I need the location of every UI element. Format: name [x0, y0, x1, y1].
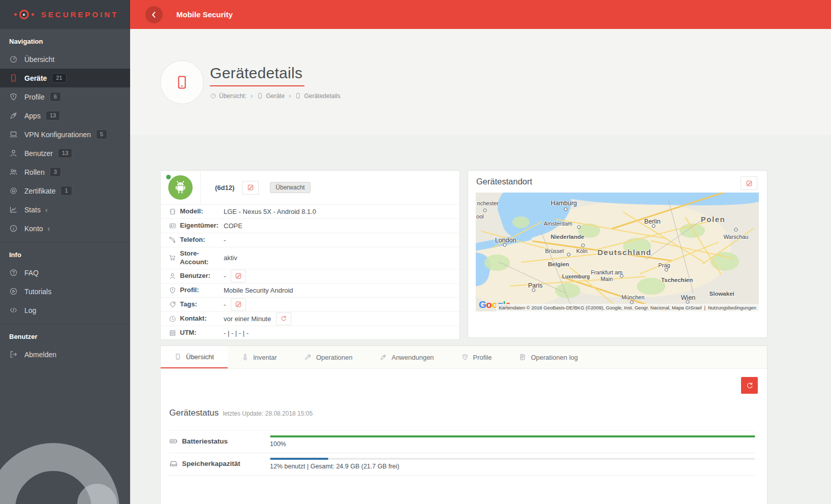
- shield-icon: [461, 354, 469, 361]
- sidebar-item-apps[interactable]: Apps 13: [0, 106, 130, 125]
- securepoint-logo[interactable]: SECUREPOINT: [0, 0, 130, 29]
- map-label: Brüssel: [545, 248, 564, 254]
- sidebar-item-vpn-konfigurationen[interactable]: VPN Konfigurationen 5: [0, 125, 130, 144]
- chart-icon: [9, 205, 18, 214]
- info-icon: [9, 224, 18, 233]
- online-status-dot: [166, 175, 171, 179]
- nav-section-header: Benutzer: [0, 324, 130, 345]
- edit-device-name-button[interactable]: [242, 181, 259, 195]
- sidebar-item-log[interactable]: Log: [0, 301, 130, 320]
- row-value: -: [224, 270, 246, 282]
- edit-pencil-icon: [235, 272, 242, 279]
- id-card-icon: [169, 222, 176, 230]
- refresh-kontakt-button[interactable]: [276, 312, 291, 325]
- code-icon: [9, 306, 18, 314]
- row-value: -: [224, 298, 246, 311]
- page-avatar: [160, 60, 204, 104]
- map-label: Belgien: [548, 261, 569, 267]
- tab-label: Anwendungen: [391, 354, 434, 361]
- sidebar-item-geraete[interactable]: Geräte 21: [0, 69, 130, 87]
- tab-bar: Übersicht Inventar Operationen Anwendung…: [161, 346, 767, 369]
- sidebar-item-label: VPN Konfigurationen: [24, 131, 91, 139]
- sidebar-item-label: Tutorials: [24, 288, 51, 296]
- sidebar-item-label: Zertifikate: [24, 187, 55, 195]
- clock-icon: [169, 315, 176, 323]
- users-icon: [9, 168, 18, 176]
- smartphone-icon: [257, 92, 263, 99]
- sidebar-item-tutorials[interactable]: Tutorials: [0, 282, 130, 301]
- map-canvas[interactable]: Google Kartendaten © 2018 GeoBasis-DE/BK…: [476, 193, 759, 311]
- row-label: Telefon:: [180, 234, 224, 246]
- map-terms-link[interactable]: Nutzungsbedingungen: [708, 305, 756, 310]
- device-location-card: Gerätestandort: [468, 170, 767, 338]
- page-header: Gerätedetails Übersicht: › Geräte › Gerä…: [130, 29, 831, 135]
- row-label: Store-Account:: [180, 247, 224, 269]
- row-label: Benutzer:: [180, 270, 224, 282]
- tab-anwendungen[interactable]: Anwendungen: [366, 346, 447, 368]
- count-badge: 5: [96, 130, 107, 139]
- breadcrumb-link-geraete[interactable]: Geräte: [257, 92, 285, 100]
- edit-benutzer-button[interactable]: [231, 270, 246, 282]
- device-tabs-panel: Übersicht Inventar Operationen Anwendung…: [160, 345, 767, 504]
- sidebar-item-rollen[interactable]: Rollen 3: [0, 163, 130, 181]
- map-city-marker: [664, 268, 668, 272]
- device-row-modell: Modell: LGE - Nexus 5X - Android 8.1.0: [161, 205, 459, 218]
- sidebar-item-label: Übersicht: [24, 55, 54, 64]
- sidebar-item-zertifikate[interactable]: Zertifikate 1: [0, 181, 130, 200]
- sidebar-item-abmelden[interactable]: Abmelden: [0, 345, 130, 364]
- server-icon: [169, 329, 176, 337]
- map-label: Köln: [576, 248, 588, 254]
- edit-location-button[interactable]: [741, 176, 757, 190]
- map-city-marker: [577, 225, 581, 229]
- logo-dot-icon: [32, 13, 34, 16]
- count-badge: 1: [60, 186, 72, 195]
- back-button[interactable]: [145, 6, 163, 23]
- laptop-icon: [9, 130, 18, 139]
- battery-progress-fill: [270, 435, 755, 437]
- smartphone-icon: [174, 353, 181, 360]
- device-card-header: (6d12) Überwacht: [161, 171, 459, 205]
- device-row-store-account: Store-Account: aktiv: [161, 247, 459, 269]
- tab-label: Profile: [473, 354, 492, 361]
- storage-icon: [169, 459, 178, 468]
- map-forest: [484, 255, 510, 271]
- breadcrumb-link-uebersicht[interactable]: Übersicht:: [210, 92, 247, 100]
- tab-operationen-log[interactable]: Operationen log: [505, 346, 592, 368]
- logo-o-icon: [19, 10, 29, 19]
- sidebar-item-stats[interactable]: Stats ‹: [0, 200, 130, 219]
- breadcrumb-separator: ›: [289, 92, 291, 100]
- edit-pencil-icon: [235, 301, 242, 308]
- sidebar-item-label: Rollen: [24, 168, 45, 176]
- edit-pencil-icon: [247, 184, 254, 191]
- device-row-utm: UTM: - | - | - | -: [161, 326, 459, 340]
- sidebar-item-uebersicht[interactable]: Übersicht: [0, 50, 130, 69]
- tab-inventar[interactable]: Inventar: [228, 346, 291, 368]
- refresh-status-button[interactable]: [741, 377, 758, 394]
- sidebar-item-label: Geräte: [24, 74, 47, 82]
- map-label: Niederlande: [551, 234, 584, 240]
- main-content: Gerätedetails Übersicht: › Geräte › Gerä…: [130, 29, 831, 504]
- map-attribution: Kartendaten © 2018 GeoBasis-DE/BKG (©200…: [496, 304, 759, 311]
- user-icon: [169, 272, 176, 280]
- map-city-marker: [581, 244, 584, 247]
- sidebar-item-profile[interactable]: Profile 6: [0, 87, 130, 106]
- tab-profile[interactable]: Profile: [448, 346, 506, 368]
- edit-tags-button[interactable]: [231, 298, 246, 311]
- refresh-icon: [746, 382, 754, 390]
- question-icon: [9, 268, 18, 277]
- map-label: Tschechien: [661, 277, 693, 283]
- device-row-eigentuemer: Eigentümer: COPE: [161, 218, 459, 233]
- map-city-marker: [620, 274, 623, 277]
- tab-operationen[interactable]: Operationen: [291, 346, 366, 368]
- sidebar-item-konto[interactable]: Konto ‹: [0, 219, 130, 238]
- sidebar-item-faq[interactable]: FAQ: [0, 263, 130, 282]
- breadcrumb-current: Gerätedetails: [295, 92, 340, 100]
- count-badge: 13: [46, 111, 60, 120]
- storage-progress-fill: [270, 458, 328, 460]
- tab-uebersicht[interactable]: Übersicht: [161, 346, 228, 368]
- sidebar-item-benutzer[interactable]: Benutzer 13: [0, 144, 130, 163]
- map-forest: [512, 216, 529, 228]
- device-detail-rows: Modell: LGE - Nexus 5X - Android 8.1.0 E…: [161, 205, 459, 340]
- sidebar: SECUREPOINT Navigation Übersicht Geräte …: [0, 0, 130, 504]
- gauge-icon: [210, 92, 217, 99]
